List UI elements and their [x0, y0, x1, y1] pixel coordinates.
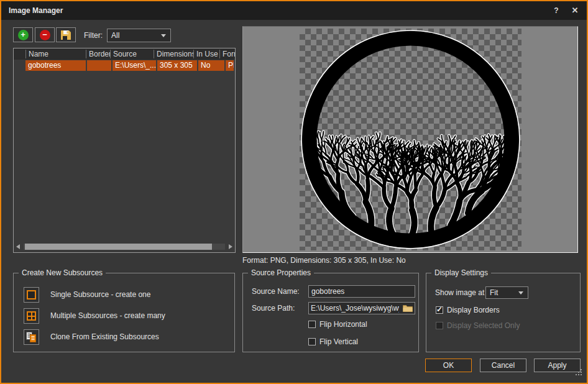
multiple-subsources-label: Multiple Subsources - create many [50, 308, 165, 324]
group-title: Display Settings [431, 268, 491, 277]
source-name-label: Source Name: [252, 285, 300, 298]
image-preview-panel [242, 26, 578, 253]
display-borders-row[interactable]: Display Borders [436, 306, 500, 314]
source-name-input[interactable] [308, 285, 415, 298]
titlebar[interactable]: Image Manager ? ✕ [1, 1, 587, 20]
browse-folder-button[interactable] [401, 303, 415, 314]
floppy-save-icon [60, 30, 71, 40]
plus-icon: + [18, 30, 29, 40]
display-borders-label: Display Borders [447, 306, 500, 314]
scrollbar-track[interactable] [24, 244, 225, 250]
cell-source[interactable]: E:\Users\_... [113, 60, 156, 71]
flip-vertical-label: Flip Vertical [319, 337, 358, 346]
single-subsource-button[interactable] [24, 287, 39, 303]
filter-value: All [111, 31, 119, 40]
cell-border[interactable] [87, 60, 111, 71]
minus-icon: − [40, 30, 50, 40]
image-manager-dialog: Image Manager ? ✕ + − Filter: All Name B… [0, 0, 588, 384]
group-title: Create New Subsources [19, 268, 106, 277]
display-settings-group: Display Settings Show image at Fit Displ… [426, 273, 581, 352]
cell-format[interactable]: PNG [226, 60, 234, 71]
cell-dimensions[interactable]: 305 x 305 [157, 60, 197, 71]
column-header-dimensions[interactable]: Dimensions [154, 50, 193, 58]
save-image-button[interactable] [56, 27, 76, 42]
multiple-subsources-button[interactable] [24, 308, 39, 324]
column-header-border[interactable]: Border [86, 50, 110, 58]
display-selected-only-label: Display Selected Only [447, 321, 520, 330]
source-path-field[interactable] [308, 302, 415, 314]
transparency-checkerboard [300, 29, 521, 250]
show-image-at-value: Fit [490, 288, 498, 297]
resize-grip[interactable] [576, 374, 577, 375]
show-image-at-label: Show image at [435, 286, 484, 299]
column-header-inuse[interactable]: In Use [193, 50, 219, 58]
scrollbar-thumb[interactable] [25, 244, 212, 250]
flip-horizontal-checkbox[interactable] [308, 321, 316, 328]
table-horizontal-scrollbar[interactable] [15, 242, 234, 251]
single-square-icon [27, 290, 36, 299]
display-borders-checkbox[interactable] [436, 306, 443, 314]
group-title: Source Properties [248, 268, 314, 277]
cell-name[interactable]: gobotrees [25, 60, 86, 71]
row-selector-header [14, 50, 25, 58]
clone-subsources-button[interactable] [24, 329, 39, 345]
display-selected-only-row: Display Selected Only [436, 321, 520, 330]
image-list-table: Name Border Source Dimensions In Use For… [13, 48, 236, 253]
grid-icon [27, 311, 36, 321]
table-header[interactable]: Name Border Source Dimensions In Use For… [14, 48, 235, 60]
flip-horizontal-label: Flip Horizontal [319, 320, 367, 329]
help-button[interactable]: ? [549, 4, 563, 17]
column-header-format[interactable]: Format [219, 50, 235, 58]
filter-label: Filter: [84, 31, 103, 40]
create-new-subsources-group: Create New Subsources Single Subsource -… [13, 273, 235, 352]
show-image-at-dropdown[interactable]: Fit [485, 286, 528, 299]
chevron-down-icon [518, 291, 523, 295]
column-header-source[interactable]: Source [110, 50, 154, 58]
flip-vertical-checkbox[interactable] [308, 338, 316, 345]
add-image-button[interactable]: + [13, 27, 33, 42]
display-selected-only-checkbox [436, 322, 443, 329]
column-header-name[interactable]: Name [25, 50, 86, 58]
gobo-tree-image [300, 29, 521, 250]
table-row[interactable]: gobotrees E:\Users\_... 305 x 305 No PNG [14, 60, 235, 71]
flip-horizontal-row[interactable]: Flip Horizontal [308, 320, 367, 329]
image-info-text: Format: PNG, Dimensions: 305 x 305, In U… [242, 256, 406, 265]
source-path-input[interactable] [309, 304, 401, 313]
window-title: Image Manager [9, 6, 63, 15]
flip-vertical-row[interactable]: Flip Vertical [308, 337, 358, 346]
source-properties-group: Source Properties Source Name: Source Pa… [242, 273, 419, 352]
clone-subsources-label: Clone From Existing Subsources [50, 329, 159, 345]
source-path-label: Source Path: [252, 302, 295, 314]
cell-inuse[interactable]: No [198, 60, 224, 71]
filter-dropdown[interactable]: All [107, 29, 171, 42]
folder-icon [403, 304, 413, 312]
scroll-right-arrow-icon[interactable] [226, 243, 234, 250]
scroll-left-arrow-icon[interactable] [15, 243, 22, 250]
row-selector-cell[interactable] [14, 60, 25, 71]
apply-button[interactable]: Apply [534, 359, 581, 372]
clone-documents-icon [25, 331, 37, 343]
remove-image-button[interactable]: − [35, 27, 55, 42]
cancel-button[interactable]: Cancel [480, 359, 526, 372]
single-subsource-label: Single Subsource - create one [50, 287, 150, 303]
chevron-down-icon [161, 34, 166, 37]
ok-button[interactable]: OK [425, 359, 472, 372]
close-button[interactable]: ✕ [568, 4, 582, 17]
